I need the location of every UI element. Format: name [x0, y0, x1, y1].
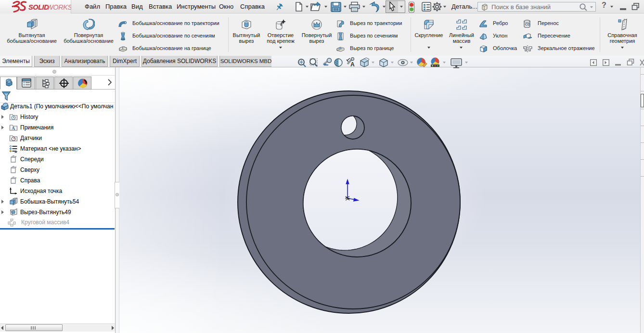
svg-text:WORKS: WORKS — [47, 3, 71, 11]
svg-text:A: A — [350, 61, 355, 68]
svg-text:SOLID: SOLID — [28, 3, 49, 11]
svg-text:A: A — [12, 126, 15, 131]
svg-text:CD: CD — [525, 22, 530, 26]
